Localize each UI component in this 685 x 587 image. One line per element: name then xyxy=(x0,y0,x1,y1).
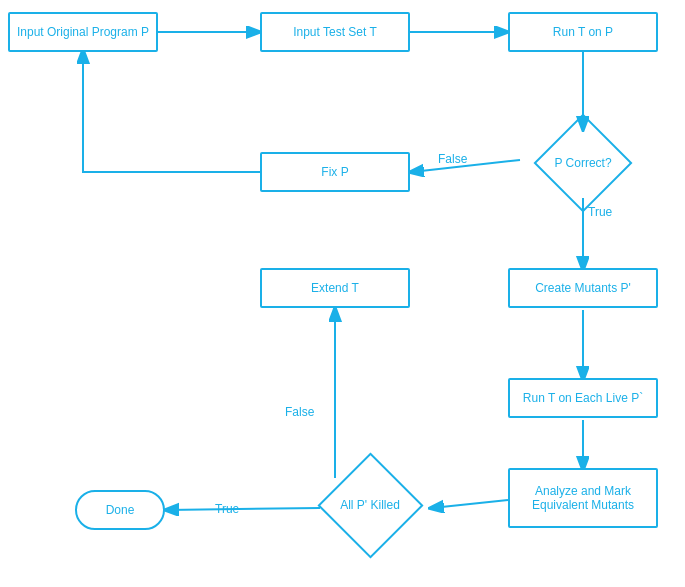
false-label-2: False xyxy=(285,405,314,419)
flowchart-diagram: False True False True Input Original Pro… xyxy=(0,0,685,587)
run-t-each-live-label: Run T on Each Live P` xyxy=(523,391,643,405)
create-mutants-node: Create Mutants P' xyxy=(508,268,658,308)
input-program-node: Input Original Program P xyxy=(8,12,158,52)
done-label: Done xyxy=(106,503,135,517)
input-testset-node: Input Test Set T xyxy=(260,12,410,52)
run-t-on-p-label: Run T on P xyxy=(553,25,613,39)
svg-line-10 xyxy=(167,508,320,510)
all-killed-diamond: All P' Killed xyxy=(310,470,430,540)
false-label-1: False xyxy=(438,152,467,166)
analyze-equiv-label: Analyze and Mark Equivalent Mutants xyxy=(510,484,656,512)
run-t-on-p-node: Run T on P xyxy=(508,12,658,52)
all-killed-label: All P' Killed xyxy=(340,498,400,512)
extend-t-label: Extend T xyxy=(311,281,359,295)
fix-p-node: Fix P xyxy=(260,152,410,192)
done-node: Done xyxy=(75,490,165,530)
true-label-2: True xyxy=(215,502,239,516)
fix-p-label: Fix P xyxy=(321,165,348,179)
true-label-1: True xyxy=(588,205,612,219)
p-correct-label: P Correct? xyxy=(554,156,611,170)
input-testset-label: Input Test Set T xyxy=(293,25,377,39)
extend-t-node: Extend T xyxy=(260,268,410,308)
run-t-each-live-node: Run T on Each Live P` xyxy=(508,378,658,418)
p-correct-diamond: P Correct? xyxy=(518,128,648,198)
svg-line-8 xyxy=(432,500,508,508)
create-mutants-label: Create Mutants P' xyxy=(535,281,631,295)
input-program-label: Input Original Program P xyxy=(17,25,149,39)
analyze-equiv-node: Analyze and Mark Equivalent Mutants xyxy=(508,468,658,528)
